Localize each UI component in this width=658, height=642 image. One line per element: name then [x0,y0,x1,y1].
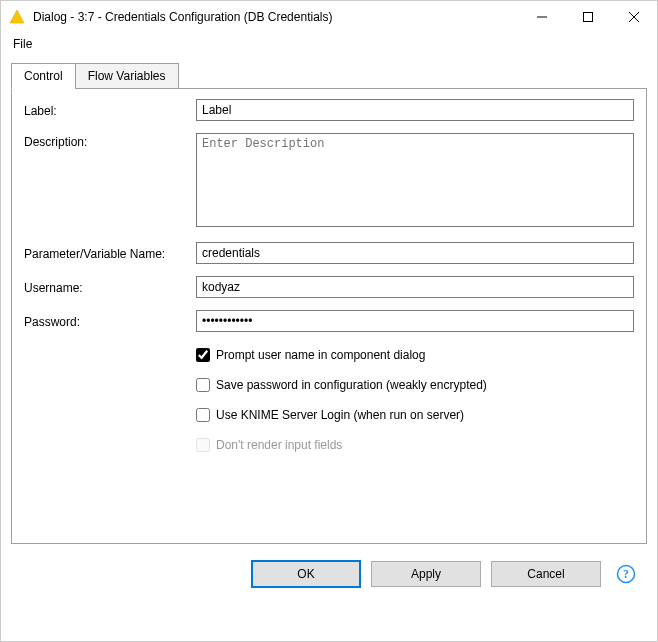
cancel-button[interactable]: Cancel [491,561,601,587]
close-button[interactable] [611,1,657,33]
menu-file[interactable]: File [7,35,38,53]
checkbox-server-login-label: Use KNIME Server Login (when run on serv… [216,408,464,422]
svg-text:?: ? [623,567,629,581]
checkbox-no-render-label: Don't render input fields [216,438,342,452]
button-bar: OK Apply Cancel ? [11,544,647,588]
checkbox-prompt-username-box[interactable] [196,348,210,362]
checkbox-no-render-box [196,438,210,452]
username-input[interactable] [196,276,634,298]
svg-marker-0 [10,10,24,23]
checkbox-save-password[interactable]: Save password in configuration (weakly e… [196,378,634,392]
password-label: Password: [24,313,196,329]
description-label: Description: [24,133,196,149]
maximize-button[interactable] [565,1,611,33]
label-input[interactable] [196,99,634,121]
window-controls [519,1,657,33]
svg-rect-2 [584,13,593,22]
username-label: Username: [24,279,196,295]
checkbox-save-password-label: Save password in configuration (weakly e… [216,378,487,392]
checkbox-server-login[interactable]: Use KNIME Server Login (when run on serv… [196,408,634,422]
checkbox-save-password-box[interactable] [196,378,210,392]
client-area: Control Flow Variables Label: Descriptio… [1,57,657,641]
window-title: Dialog - 3:7 - Credentials Configuration… [33,10,519,24]
checkbox-prompt-username-label: Prompt user name in component dialog [216,348,425,362]
tab-control[interactable]: Control [11,63,76,89]
menu-bar: File [1,33,657,57]
help-icon[interactable]: ? [615,563,637,585]
param-label: Parameter/Variable Name: [24,245,196,261]
ok-button[interactable]: OK [251,560,361,588]
checkbox-prompt-username[interactable]: Prompt user name in component dialog [196,348,634,362]
checkbox-server-login-box[interactable] [196,408,210,422]
description-textarea[interactable] [196,133,634,227]
password-input[interactable] [196,310,634,332]
tab-strip: Control Flow Variables [11,63,647,89]
minimize-button[interactable] [519,1,565,33]
label-label: Label: [24,102,196,118]
checkbox-no-render: Don't render input fields [196,438,634,452]
app-icon [9,9,25,25]
dialog-window: Dialog - 3:7 - Credentials Configuration… [0,0,658,642]
apply-button[interactable]: Apply [371,561,481,587]
param-input[interactable] [196,242,634,264]
tab-panel-control: Label: Description: Parameter/Variable N… [11,88,647,544]
title-bar: Dialog - 3:7 - Credentials Configuration… [1,1,657,33]
tab-flow-variables[interactable]: Flow Variables [75,63,179,89]
